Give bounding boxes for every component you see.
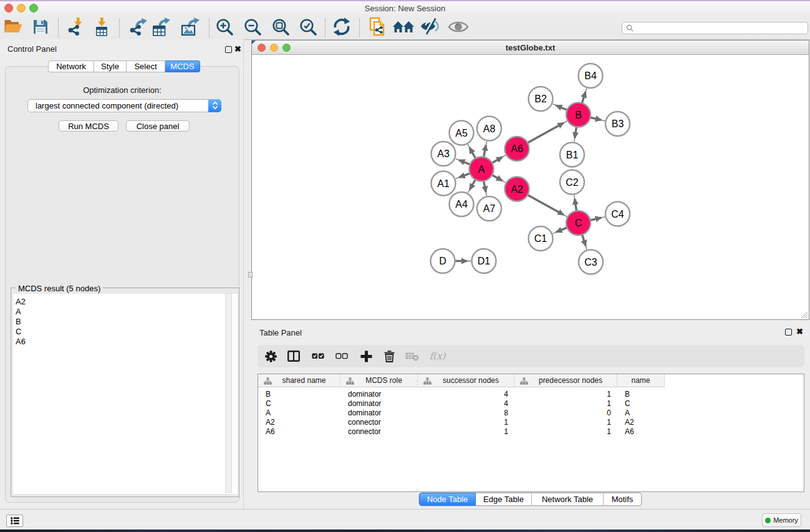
- edge-A-A5[interactable]: [470, 148, 475, 158]
- mcds-result-item[interactable]: A2: [16, 297, 238, 307]
- import-network-button[interactable]: [64, 16, 86, 38]
- mcds-result-item[interactable]: B: [16, 317, 238, 327]
- select-all-columns-button[interactable]: [309, 347, 327, 365]
- edge-C-C3[interactable]: [582, 235, 586, 246]
- export-table-button[interactable]: [150, 16, 173, 38]
- edge-A-A6[interactable]: [492, 157, 502, 163]
- edge-B-B1[interactable]: [575, 127, 577, 138]
- export-network-button[interactable]: [127, 16, 149, 38]
- edge-B-B3[interactable]: [591, 117, 601, 120]
- split-columns-button[interactable]: [284, 347, 303, 365]
- table-row-A6[interactable]: A6connector11A6: [258, 427, 804, 436]
- column-header-successor-nodes[interactable]: successor nodes: [418, 374, 514, 387]
- network-window-resize-grip[interactable]: [799, 310, 808, 319]
- add-column-button[interactable]: [357, 347, 375, 365]
- edge-B-B2[interactable]: [556, 105, 567, 110]
- zoom-selected-button[interactable]: [297, 16, 319, 38]
- column-header-shared-name[interactable]: shared name: [258, 374, 340, 387]
- edge-A-A2[interactable]: [492, 175, 502, 181]
- export-network-icon: [128, 17, 147, 36]
- delete-table-button[interactable]: [403, 347, 422, 365]
- node-label-A2: A2: [511, 184, 523, 195]
- column-header-name[interactable]: name: [617, 374, 665, 387]
- column-header-predecessor-nodes[interactable]: predecessor nodes: [514, 374, 617, 387]
- edge-A-A4[interactable]: [470, 180, 475, 190]
- cell-predecessor-nodes: 1: [514, 390, 617, 399]
- column-header-label: name: [631, 376, 650, 385]
- node-label-D: D: [439, 256, 446, 266]
- edge-C-C4[interactable]: [591, 218, 601, 220]
- zoom-in-button[interactable]: [213, 16, 236, 38]
- cell-name: A: [617, 409, 665, 417]
- mcds-result-item[interactable]: A: [16, 307, 238, 317]
- search-field[interactable]: [622, 22, 808, 34]
- search-input[interactable]: [636, 23, 808, 33]
- close-panel-button[interactable]: Close panel: [126, 120, 190, 132]
- mcds-panel: Optimization criterion: largest connecte…: [5, 66, 239, 503]
- edge-B-B4[interactable]: [582, 92, 586, 103]
- tab-network-table[interactable]: Network Table: [532, 493, 604, 506]
- mcds-result-item[interactable]: A6: [16, 337, 238, 347]
- tab-node-table[interactable]: Node Table: [419, 493, 476, 506]
- control-panel-close-icon[interactable]: ✖: [234, 46, 241, 52]
- table-row-C[interactable]: Cdominator41C: [258, 399, 804, 408]
- tab-edge-table[interactable]: Edge Table: [476, 493, 532, 506]
- tab-network[interactable]: Network: [48, 60, 94, 72]
- gear-button[interactable]: [261, 347, 280, 365]
- tab-mcds[interactable]: MCDS: [165, 60, 200, 72]
- duplicate-network-button[interactable]: [365, 16, 388, 38]
- memory-button[interactable]: Memory: [762, 513, 801, 527]
- tab-motifs[interactable]: Motifs: [604, 493, 642, 506]
- run-mcds-button[interactable]: Run MCDS: [59, 120, 118, 132]
- apply-layout-button[interactable]: [330, 16, 353, 38]
- cell-predecessor-nodes: 1: [514, 418, 617, 427]
- svg-text:f(x): f(x): [430, 351, 446, 362]
- zoom-fit-button[interactable]: [269, 16, 292, 38]
- table-row-A2[interactable]: A2connector11A2: [258, 417, 804, 427]
- export-image-button[interactable]: [178, 16, 201, 38]
- edge-C-C1[interactable]: [556, 228, 567, 232]
- table-row-A[interactable]: Adominator80A: [258, 408, 804, 417]
- function-builder-icon: f(x): [428, 349, 447, 363]
- edge-A-A8[interactable]: [484, 145, 486, 157]
- cell-name: A6: [617, 427, 665, 436]
- edge-A-A1[interactable]: [459, 173, 470, 177]
- network-window-titlebar[interactable]: testGlobe.txt: [252, 41, 809, 55]
- unselect-all-columns-button[interactable]: [332, 347, 351, 365]
- network-graph-canvas[interactable]: AA1A2A3A4A5A6A7A8BB1B2B3B4CC1C2C3C4DD1: [252, 54, 809, 319]
- result-list-scrollbar[interactable]: [225, 293, 232, 493]
- edge-A2-C[interactable]: [528, 195, 563, 215]
- node-label-A3: A3: [437, 148, 450, 159]
- table-row-B[interactable]: Bdominator41B: [258, 389, 804, 399]
- edge-A-A3[interactable]: [459, 160, 470, 165]
- control-panel-title: Control Panel: [7, 44, 57, 54]
- edge-C-C2[interactable]: [575, 199, 577, 211]
- edge-A6-B[interactable]: [528, 123, 563, 143]
- tab-style[interactable]: Style: [94, 60, 127, 72]
- task-history-button[interactable]: [6, 515, 23, 527]
- open-file-button[interactable]: [2, 16, 24, 38]
- column-header-MCDS-role[interactable]: MCDS role: [340, 374, 418, 387]
- delete-column-button[interactable]: [380, 347, 398, 365]
- control-panel-float-icon[interactable]: [225, 46, 232, 53]
- table-panel-float-icon[interactable]: [785, 329, 792, 336]
- table-panel-close-icon[interactable]: ✖: [796, 328, 803, 335]
- list-icon: [11, 517, 19, 525]
- show-all-button[interactable]: [447, 16, 470, 38]
- mcds-result-item[interactable]: C: [16, 327, 238, 337]
- first-neighbors-button[interactable]: [392, 16, 415, 38]
- import-table-button[interactable]: [90, 16, 113, 38]
- function-builder-button[interactable]: f(x): [428, 347, 447, 365]
- save-session-button[interactable]: [29, 16, 52, 38]
- network-window-left-grip[interactable]: [248, 272, 253, 278]
- node-label-B: B: [575, 110, 582, 120]
- hide-selected-button[interactable]: [419, 16, 441, 38]
- decorative-icon: [520, 377, 528, 385]
- column-header-label: predecessor nodes: [539, 376, 602, 385]
- node-label-C: C: [575, 218, 582, 228]
- criterion-dropdown[interactable]: largest connected component (directed): [27, 99, 221, 112]
- edge-A-A7[interactable]: [484, 181, 486, 192]
- gear-icon: [265, 351, 277, 362]
- zoom-out-button[interactable]: [241, 16, 264, 38]
- tab-select[interactable]: Select: [127, 60, 165, 72]
